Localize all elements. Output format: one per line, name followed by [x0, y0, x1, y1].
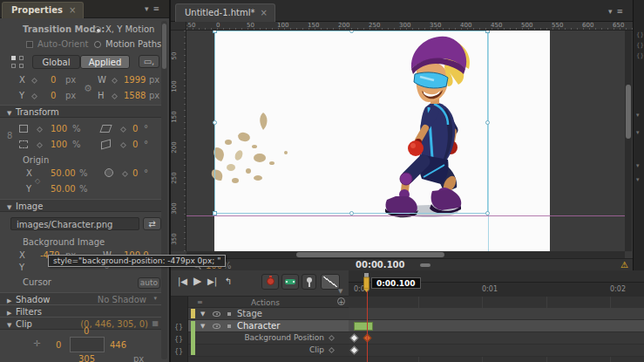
vertical-scrollbar[interactable]: [625, 31, 632, 251]
transition-bar[interactable]: [354, 322, 373, 331]
ruler-label: 200: [171, 140, 178, 154]
playhead-pin[interactable]: [363, 273, 369, 292]
timeline-track-stage[interactable]: [349, 308, 644, 320]
skew-y-value[interactable]: 0: [132, 140, 138, 149]
row-label: Stage: [237, 309, 262, 318]
ruler-label: 50: [171, 49, 178, 63]
timeline-track-background-position[interactable]: [349, 332, 644, 345]
chevron-down-icon[interactable]: ▼: [338, 288, 342, 295]
applied-button[interactable]: Applied: [80, 55, 130, 69]
section-shadow[interactable]: ▶Shadow No Shadow ▾: [0, 292, 162, 305]
scale-y-value[interactable]: 100: [51, 140, 67, 149]
swap-image-button[interactable]: ⇄: [143, 217, 161, 230]
selection-handle[interactable]: [349, 211, 354, 215]
playhead-line[interactable]: [367, 282, 368, 362]
go-to-end-button[interactable]: ▶|: [207, 277, 217, 286]
timeline-track-clip[interactable]: [349, 345, 644, 357]
horizontal-guide[interactable]: [186, 215, 625, 216]
playhead-time-badge[interactable]: 0:00.100: [371, 277, 421, 289]
keyframe-diamond-icon[interactable]: [122, 171, 128, 177]
auto-transition-button[interactable]: [281, 274, 299, 290]
section-clip[interactable]: ▼Clip (0, 446, 305, 0) ▦: [0, 317, 162, 330]
expand-triangle-icon[interactable]: ▼: [200, 311, 205, 318]
chevron-down-icon[interactable]: ▾: [636, 129, 644, 136]
timeline-row-background-position[interactable]: Background Position: [188, 332, 349, 345]
eye-icon[interactable]: [213, 324, 220, 329]
keyframe-diamond-icon[interactable]: [31, 93, 37, 99]
selection-box[interactable]: [214, 31, 488, 214]
play-button[interactable]: ▶: [193, 275, 201, 287]
selection-handle[interactable]: [213, 211, 217, 215]
warning-icon[interactable]: ⚠: [620, 260, 628, 270]
chevron-down-icon[interactable]: ▾: [153, 295, 157, 302]
sort-icon[interactable]: ≡: [197, 298, 203, 306]
shadow-value[interactable]: No Shadow: [98, 295, 146, 304]
y-unit[interactable]: px: [65, 91, 76, 100]
chevron-down-icon[interactable]: ▾: [636, 112, 644, 119]
anchor-grid-icon[interactable]: [11, 56, 24, 68]
go-to-start-button[interactable]: |◀: [178, 277, 187, 286]
keyframe-nav-icon[interactable]: [329, 335, 335, 341]
chevron-down-icon[interactable]: ▾: [636, 162, 644, 169]
image-src-field[interactable]: images/Character.png: [10, 217, 139, 230]
timeline-track-character[interactable]: [349, 320, 644, 332]
clip-bottom-value[interactable]: 305: [78, 354, 95, 362]
lock-dot-icon[interactable]: [227, 324, 231, 328]
cursor-auto-button[interactable]: auto: [138, 277, 160, 289]
easing-button[interactable]: [321, 274, 340, 290]
section-image[interactable]: ▼Image: [0, 199, 162, 212]
selection-handle[interactable]: [213, 31, 217, 33]
properties-scrollbar[interactable]: [161, 21, 167, 359]
horizontal-scrollbar[interactable]: [186, 251, 625, 258]
keyframe-diamond[interactable]: [350, 346, 359, 355]
stage-canvas[interactable]: [186, 31, 625, 251]
selection-handle[interactable]: [349, 31, 354, 33]
vertical-guide[interactable]: [488, 31, 489, 251]
expand-triangle-icon[interactable]: ▼: [200, 323, 205, 330]
tab-document[interactable]: Untitled-1.html*×: [175, 3, 275, 22]
clip-top-value[interactable]: 0: [84, 326, 89, 336]
selection-handle[interactable]: [485, 120, 490, 125]
add-icon[interactable]: +: [337, 297, 345, 305]
clip-left-value[interactable]: 0: [56, 340, 61, 350]
keyframe-diamond[interactable]: [350, 334, 359, 343]
panel-menu-icon[interactable]: ▾ ≡: [145, 4, 160, 13]
timeline-row-character[interactable]: ▼Character: [188, 320, 349, 332]
global-button[interactable]: Global: [32, 55, 80, 69]
chevron-down-icon[interactable]: ▾: [636, 176, 644, 183]
auto-keyframe-button[interactable]: [261, 274, 279, 290]
timeline-row-stage[interactable]: ▼Stage: [188, 308, 349, 320]
lock-dot-icon[interactable]: [227, 312, 231, 316]
toggle-pin-button[interactable]: [302, 274, 316, 290]
selection-handle[interactable]: [485, 31, 490, 33]
keyframe-diamond-icon[interactable]: [112, 93, 118, 99]
actions-brace-icon[interactable]: {}: [174, 348, 183, 356]
current-time[interactable]: 00:00.100: [356, 260, 405, 270]
close-icon[interactable]: ×: [69, 5, 76, 15]
actions-brace-icon[interactable]: {}: [174, 324, 183, 331]
ruler-label: 150: [308, 22, 319, 29]
timeline-row-clip[interactable]: Clip: [188, 345, 349, 357]
y-value[interactable]: 0: [51, 91, 56, 100]
clip-right-value[interactable]: 446: [110, 340, 126, 350]
keyframe-diamond-icon[interactable]: [37, 142, 43, 148]
h-unit[interactable]: px: [149, 91, 159, 100]
h-value[interactable]: 1588: [124, 91, 146, 100]
selection-handle[interactable]: [213, 120, 217, 125]
clip-nav-icon[interactable]: ✛: [33, 338, 40, 348]
section-transform[interactable]: ▼Transform: [0, 105, 162, 118]
keyframe-nav-icon[interactable]: [329, 347, 335, 353]
element-display-button[interactable]: ▭,: [139, 55, 159, 68]
origin-y-value[interactable]: 50.00: [51, 184, 76, 194]
time-scrubber-handle[interactable]: [420, 263, 430, 267]
actions-brace-icon[interactable]: {}: [174, 336, 183, 344]
tab-properties[interactable]: Properties×: [2, 2, 84, 18]
selection-handle[interactable]: [485, 211, 490, 215]
eye-icon[interactable]: [213, 311, 220, 317]
panel-menu-icon[interactable]: ▾ ≡: [608, 7, 624, 16]
clip-grid-icon[interactable]: ▦: [152, 319, 159, 327]
close-icon[interactable]: ×: [260, 8, 267, 17]
keyframe-diamond-icon[interactable]: [120, 142, 126, 148]
return-icon[interactable]: ↰: [225, 277, 232, 286]
section-filters[interactable]: ▶Filters: [0, 304, 162, 318]
